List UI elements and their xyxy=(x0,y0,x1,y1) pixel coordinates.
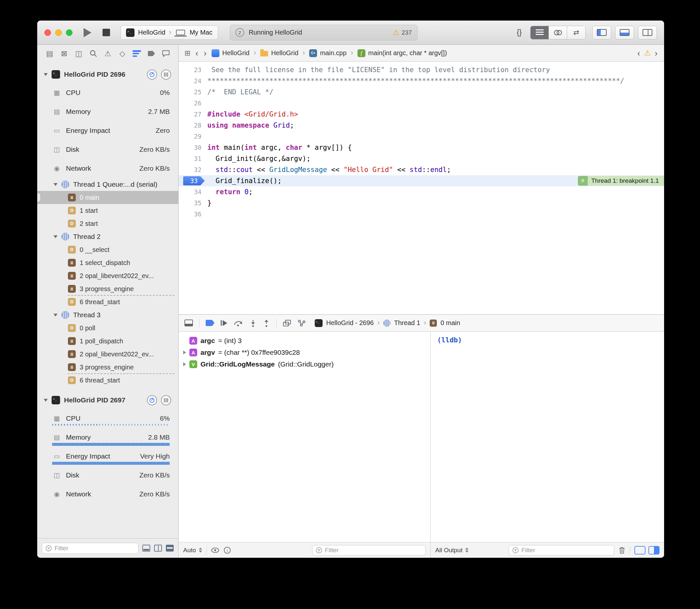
jumpbar-crumb-file[interactable]: C+ main.cpp xyxy=(309,49,346,57)
breakpoint-annotation[interactable]: ≡Thread 1: breakpoint 1.1 xyxy=(578,176,664,186)
disclosure-triangle-icon[interactable] xyxy=(53,235,57,238)
code-text[interactable]: using namespace Grid; xyxy=(207,120,294,131)
breakpoint-navigator-icon[interactable] xyxy=(146,48,157,59)
breakpoints-toggle-button[interactable] xyxy=(206,320,215,326)
scheme-selector[interactable]: HelloGrid My Mac xyxy=(120,25,218,40)
quick-look-button[interactable] xyxy=(211,547,219,553)
console-filter-field[interactable] xyxy=(509,545,614,556)
debug-crumb-frame[interactable]: 0 main xyxy=(441,319,460,327)
gauge-row-network[interactable]: ◉NetworkZero KB/s xyxy=(37,159,178,178)
code-text[interactable]: return 0; xyxy=(207,186,253,197)
code-text[interactable]: #include <Grid/Grid.h> xyxy=(207,109,298,120)
thread-row[interactable]: Thread 2 xyxy=(37,230,178,243)
code-text[interactable]: Grid_finalize(); xyxy=(207,175,282,186)
thread-row[interactable]: Thread 1 Queue:...d (serial) xyxy=(37,178,178,191)
toggle-navigator-button[interactable] xyxy=(592,26,611,39)
source-editor[interactable]: 23 See the full license in the file "LIC… xyxy=(178,62,664,314)
line-number-gutter[interactable]: 32 xyxy=(178,164,207,175)
gauge-row-disk[interactable]: ◫DiskZero KB/s xyxy=(37,466,178,485)
code-text[interactable]: See the full license in the file "LICENS… xyxy=(207,64,550,75)
show-console-toggle[interactable] xyxy=(648,546,660,555)
debug-crumb-process[interactable]: HelloGrid - 2696 xyxy=(326,319,374,327)
hide-debug-area-button[interactable] xyxy=(185,319,193,326)
related-items-icon[interactable]: ⊞ xyxy=(185,50,190,57)
activity-viewer[interactable]: 2 Running HelloGrid ⚠ 237 xyxy=(230,25,417,40)
stack-frame-row[interactable]: Ⅲ1 select_dispatch xyxy=(37,256,178,269)
debug-navigator-icon[interactable] xyxy=(131,48,143,59)
gauge-row-memory[interactable]: ▤Memory2.8 MB xyxy=(37,428,178,447)
standard-editor-button[interactable] xyxy=(531,26,549,39)
stack-frame-row[interactable]: ⚙2 start xyxy=(37,217,178,230)
stack-frame-row[interactable]: ⚙0 poll xyxy=(37,321,178,334)
code-text[interactable]: Grid_init(&argc,&argv); xyxy=(207,153,310,164)
show-variables-view-toggle[interactable] xyxy=(634,546,646,555)
process-bars-button[interactable] xyxy=(161,395,171,405)
run-button[interactable] xyxy=(84,28,91,37)
jumpbar-crumb-project[interactable]: HelloGrid xyxy=(211,49,250,57)
profile-gauge-button[interactable] xyxy=(147,395,157,405)
navigator-filter-input[interactable] xyxy=(54,545,135,552)
report-navigator-icon[interactable] xyxy=(160,48,172,59)
stack-frame-row[interactable]: Ⅲ3 progress_engine xyxy=(37,361,178,374)
navigator-filter-field[interactable] xyxy=(42,543,138,554)
find-navigator-icon[interactable] xyxy=(87,48,99,59)
disclosure-triangle-icon[interactable] xyxy=(53,183,57,186)
stop-button[interactable] xyxy=(103,29,110,36)
issues-badge[interactable]: ⚠ 237 xyxy=(392,29,412,36)
code-text[interactable]: } xyxy=(207,197,211,209)
line-number-gutter[interactable]: 28 xyxy=(178,120,207,131)
variables-scope-popup[interactable]: Auto xyxy=(183,547,202,554)
stack-frame-row[interactable]: Ⅲ0 main xyxy=(37,191,178,204)
profile-gauge-button[interactable] xyxy=(147,70,157,80)
warning-icon[interactable]: ⚠ xyxy=(644,49,651,57)
gauge-row-network[interactable]: ◉NetworkZero KB/s xyxy=(37,485,178,504)
line-number-gutter[interactable]: 27 xyxy=(178,109,207,120)
code-text[interactable]: int main(int argc, char * argv[]) { xyxy=(207,142,352,153)
code-snippets-button[interactable]: {} xyxy=(515,28,524,37)
assistant-editor-button[interactable] xyxy=(549,26,567,39)
gauge-row-energy-impact[interactable]: ▭Energy ImpactZero xyxy=(37,121,178,140)
continue-button[interactable] xyxy=(221,320,227,326)
variables-filter-input[interactable] xyxy=(325,547,422,554)
issue-navigator-icon[interactable]: ⚠ xyxy=(102,48,114,59)
version-editor-button[interactable]: ⇄ xyxy=(567,26,585,39)
gauge-row-energy-impact[interactable]: ▭Energy ImpactVery High xyxy=(37,447,178,466)
stack-frame-row[interactable]: Ⅲ1 poll_dispatch xyxy=(37,334,178,348)
disclosure-triangle-icon[interactable] xyxy=(183,362,186,366)
disclosure-triangle-icon[interactable] xyxy=(53,314,57,317)
stack-frame-row[interactable]: ⚙6 thread_start xyxy=(37,374,178,387)
console-scope-popup[interactable]: All Output xyxy=(435,547,468,554)
step-into-button[interactable] xyxy=(250,319,257,327)
previous-issue-button[interactable]: ‹ xyxy=(637,49,641,57)
view-hierarchy-button[interactable] xyxy=(283,319,291,327)
line-number-gutter[interactable]: 31 xyxy=(178,153,207,164)
symbol-navigator-icon[interactable]: ◫ xyxy=(73,48,85,59)
line-number-gutter[interactable]: 24 xyxy=(178,75,207,86)
step-out-button[interactable] xyxy=(263,319,270,327)
view-process-by-thread-toggle[interactable] xyxy=(154,545,162,552)
project-navigator-icon[interactable]: ▤ xyxy=(44,48,55,59)
stack-frame-row[interactable]: Ⅲ2 opal_libevent2022_ev... xyxy=(37,348,178,361)
process-header[interactable]: HelloGrid PID 2697 xyxy=(37,391,178,409)
memory-graph-button[interactable] xyxy=(297,319,306,327)
back-button[interactable]: ‹ xyxy=(194,49,199,57)
line-number-gutter[interactable]: 33 xyxy=(178,175,207,186)
show-only-crashed-toggle[interactable] xyxy=(166,545,174,552)
zoom-window-button[interactable] xyxy=(66,29,72,36)
gauge-row-cpu[interactable]: ▦CPU6% xyxy=(37,409,178,428)
process-header[interactable]: HelloGrid PID 2696 xyxy=(37,66,178,83)
code-text[interactable]: ****************************************… xyxy=(207,75,624,86)
line-number-gutter[interactable]: 36 xyxy=(178,209,207,220)
jumpbar-crumb-symbol[interactable]: f main(int argc, char * argv[]) xyxy=(358,49,447,57)
forward-button[interactable]: › xyxy=(203,49,207,57)
stack-frame-row[interactable]: ⚙6 thread_start xyxy=(37,295,178,309)
console-output[interactable]: (lldb) xyxy=(431,332,664,542)
line-number-gutter[interactable]: 25 xyxy=(178,86,207,98)
minimize-window-button[interactable] xyxy=(55,29,62,36)
stack-frame-row[interactable]: ⚙1 start xyxy=(37,204,178,217)
gauge-row-cpu[interactable]: ▦CPU0% xyxy=(37,83,178,102)
debug-crumb-thread[interactable]: Thread 1 xyxy=(394,319,420,327)
jumpbar-crumb-group[interactable]: HelloGrid xyxy=(260,49,298,57)
close-window-button[interactable] xyxy=(45,29,51,36)
console-filter-input[interactable] xyxy=(522,547,611,554)
